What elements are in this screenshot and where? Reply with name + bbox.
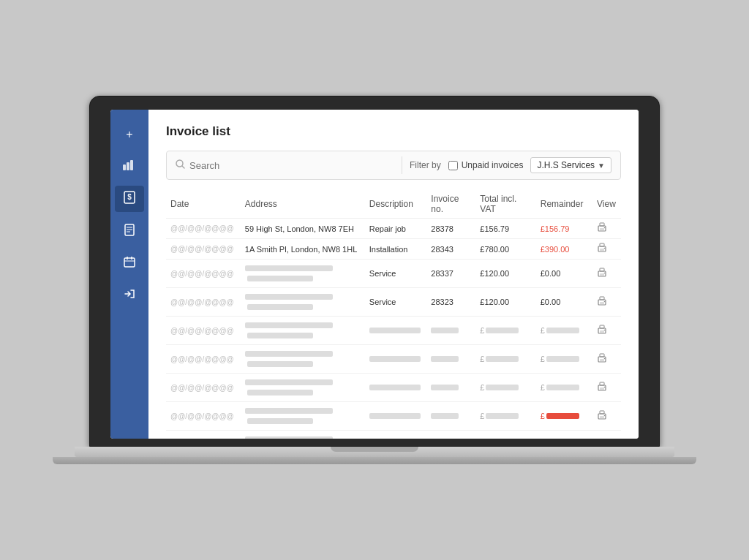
sidebar-item-calendar[interactable] xyxy=(115,250,144,276)
svg-rect-9 xyxy=(124,258,135,267)
svg-line-14 xyxy=(182,166,184,168)
cell-address xyxy=(241,402,365,431)
invoice-table: Date Address Description Invoice no. Tot… xyxy=(166,190,621,439)
svg-rect-1 xyxy=(127,162,129,170)
sidebar-item-document[interactable] xyxy=(115,218,144,244)
cell-date: @@/@@/@@@@ xyxy=(166,345,241,374)
laptop-base xyxy=(75,447,674,457)
svg-rect-41 xyxy=(600,387,604,390)
cell-total: £ xyxy=(475,374,535,402)
cell-date: @@/@@/@@@@ xyxy=(166,317,241,345)
cell-date: @@/@@/@@@@ xyxy=(166,219,241,239)
svg-point-46 xyxy=(604,415,606,416)
cell-invoice-no xyxy=(426,431,475,439)
th-invoice: Invoice no. xyxy=(426,190,475,219)
th-description: Description xyxy=(365,190,427,219)
th-date: Date xyxy=(166,190,241,219)
cell-invoice-no: 28343 xyxy=(426,239,475,260)
cell-view[interactable] xyxy=(592,431,621,439)
sidebar-item-export[interactable] xyxy=(115,282,144,309)
cell-address xyxy=(241,345,365,374)
date-bar: @@/@@/@@@@ xyxy=(170,327,236,335)
export-icon xyxy=(124,288,135,303)
cell-description xyxy=(365,431,427,439)
table-row: @@/@@/@@@@Service28323£120.00£0.00 xyxy=(166,288,621,317)
table-row: @@/@@/@@@@££ xyxy=(166,345,621,374)
company-name: J.H.S Services xyxy=(537,160,595,170)
cell-date: @@/@@/@@@@ xyxy=(166,374,241,402)
cell-remainder: £ xyxy=(536,317,592,345)
svg-rect-45 xyxy=(600,416,604,418)
print-icon[interactable] xyxy=(597,383,607,394)
print-icon[interactable] xyxy=(597,269,607,280)
cell-address xyxy=(241,374,365,402)
cell-view[interactable] xyxy=(592,219,621,239)
svg-rect-28 xyxy=(600,297,604,300)
company-dropdown[interactable]: J.H.S Services ▼ xyxy=(530,157,611,173)
print-icon[interactable] xyxy=(597,355,607,366)
svg-rect-20 xyxy=(600,243,604,246)
cell-address xyxy=(241,288,365,317)
table-row: @@/@@/@@@@££ xyxy=(166,374,621,402)
cell-view[interactable] xyxy=(592,288,621,317)
laptop-wrapper: + $ xyxy=(89,96,660,464)
print-icon[interactable] xyxy=(597,298,607,309)
cell-invoice-no xyxy=(426,374,475,402)
svg-rect-37 xyxy=(600,359,604,361)
svg-rect-16 xyxy=(600,223,604,226)
th-view: View xyxy=(592,190,621,219)
cell-date: @@/@@/@@@@ xyxy=(166,260,241,288)
toolbar-divider xyxy=(402,156,402,174)
search-input[interactable] xyxy=(189,160,292,171)
svg-text:$: $ xyxy=(127,193,132,201)
cell-total: £120.00 xyxy=(475,260,535,288)
svg-rect-24 xyxy=(600,268,604,271)
print-icon[interactable] xyxy=(597,412,607,423)
dropdown-arrow-icon: ▼ xyxy=(598,162,605,170)
date-bar: @@/@@/@@@@ xyxy=(170,270,236,278)
date-bar: @@/@@/@@@@ xyxy=(170,355,236,363)
print-icon[interactable] xyxy=(597,224,607,235)
unpaid-filter[interactable]: Unpaid invoices xyxy=(448,160,524,170)
cell-remainder: £156.79 xyxy=(536,219,592,239)
sidebar: + $ xyxy=(110,110,148,439)
cell-invoice-no: 28337 xyxy=(426,260,475,288)
sidebar-item-chart[interactable] xyxy=(115,154,144,180)
plus-icon: + xyxy=(126,128,132,141)
cell-address xyxy=(241,260,365,288)
svg-point-26 xyxy=(604,272,606,273)
cell-view[interactable] xyxy=(592,239,621,260)
unpaid-checkbox[interactable] xyxy=(448,161,458,170)
print-icon[interactable] xyxy=(597,244,607,255)
unpaid-label: Unpaid invoices xyxy=(462,160,524,170)
cell-view[interactable] xyxy=(592,402,621,431)
dollar-icon: $ xyxy=(124,191,135,207)
laptop-notch xyxy=(331,447,418,452)
svg-point-18 xyxy=(604,227,606,229)
filter-label: Filter by xyxy=(410,160,441,170)
cell-date: @@/@@/@@@@ xyxy=(166,239,241,260)
sidebar-item-invoice[interactable]: $ xyxy=(115,186,144,212)
th-address: Address xyxy=(241,190,365,219)
svg-rect-25 xyxy=(600,273,604,276)
sidebar-item-add[interactable]: + xyxy=(115,121,144,148)
table-row: @@/@@/@@@@££ xyxy=(166,431,621,439)
cell-view[interactable] xyxy=(592,374,621,402)
cell-address xyxy=(241,431,365,439)
svg-point-30 xyxy=(604,300,606,302)
svg-rect-21 xyxy=(600,249,604,251)
print-icon[interactable] xyxy=(597,326,607,337)
cell-date: @@/@@/@@@@ xyxy=(166,431,241,439)
cell-description: Service xyxy=(365,260,427,288)
cell-total: £ xyxy=(475,345,535,374)
cell-date: @@/@@/@@@@ xyxy=(166,402,241,431)
cell-view[interactable] xyxy=(592,260,621,288)
cell-view[interactable] xyxy=(592,345,621,374)
svg-rect-29 xyxy=(600,302,604,304)
cell-invoice-no: 28323 xyxy=(426,288,475,317)
main-content: Invoice list Filter by xyxy=(148,110,639,439)
cell-remainder: £ xyxy=(536,345,592,374)
cell-view[interactable] xyxy=(592,317,621,345)
svg-rect-33 xyxy=(600,330,604,333)
date-bar: @@/@@/@@@@ xyxy=(170,245,236,253)
